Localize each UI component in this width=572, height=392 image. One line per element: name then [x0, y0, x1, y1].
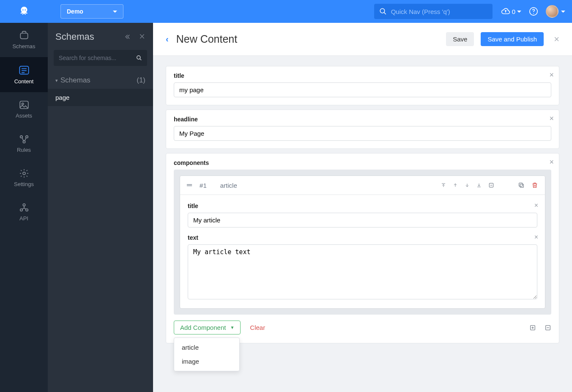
quick-nav-input[interactable] [391, 8, 487, 15]
page-title: New Content [176, 33, 238, 45]
drag-handle-icon[interactable]: ═ [187, 181, 191, 189]
topbar: Demo 0 [0, 0, 572, 23]
svg-point-14 [23, 172, 25, 175]
upload-count: 0 [512, 8, 515, 15]
field-label: title [174, 72, 551, 79]
clear-field-icon[interactable]: × [549, 71, 554, 79]
move-down-icon[interactable] [465, 183, 470, 188]
panel-title: Schemas [55, 31, 94, 42]
nav-label: API [19, 215, 28, 222]
headline-input[interactable] [174, 126, 551, 141]
nav-label: Content [14, 78, 34, 85]
field-label: components [174, 159, 551, 166]
assets-icon [18, 100, 30, 110]
cloud-upload-icon [501, 7, 510, 16]
add-component-button[interactable]: Add Component ▼ [174, 321, 241, 334]
nav-item-schemas[interactable]: Schemas [0, 23, 48, 57]
clear-field-icon[interactable]: × [534, 202, 538, 209]
dropdown-option-article[interactable]: article [174, 340, 239, 354]
collapse-icon[interactable] [123, 33, 131, 41]
nav-item-rules[interactable]: Rules [0, 126, 48, 161]
nav-label: Settings [14, 181, 34, 187]
move-bottom-icon[interactable] [476, 183, 482, 188]
component-index: #1 [200, 182, 207, 189]
nav-item-assets[interactable]: Assets [0, 92, 48, 126]
svg-point-10 [22, 103, 23, 105]
component-header: ═ #1 article [180, 176, 545, 195]
clear-field-icon[interactable]: × [549, 158, 554, 167]
field-label: title [188, 203, 537, 209]
caret-down-icon: ▾ [55, 78, 58, 83]
expand-all-icon[interactable] [529, 324, 536, 331]
close-icon[interactable]: × [554, 34, 559, 45]
add-component-dropdown: article image [174, 337, 240, 371]
svg-rect-23 [519, 183, 523, 186]
schema-search-input[interactable] [59, 55, 133, 61]
save-publish-button[interactable]: Save and Publish [481, 32, 544, 46]
component-field-text: × text [188, 234, 537, 301]
nav-item-settings[interactable]: Settings [0, 161, 48, 195]
collapse-icon[interactable] [488, 182, 494, 188]
caret-down-icon [517, 11, 521, 13]
caret-down-icon: ▼ [230, 325, 234, 330]
clear-field-icon[interactable]: × [534, 233, 538, 241]
search-icon [379, 8, 387, 15]
add-component-label: Add Component [180, 324, 226, 331]
main-header: ‹ New Content Save Save and Publish × [153, 23, 572, 56]
clear-components-button[interactable]: Clear [250, 324, 265, 331]
octopus-icon [18, 5, 30, 18]
field-label: headline [174, 116, 551, 123]
form-area: × title × headline × components ═ #1 [153, 56, 572, 365]
help-icon[interactable] [529, 7, 538, 16]
collapse-all-icon[interactable] [545, 324, 551, 331]
close-icon[interactable] [139, 33, 145, 40]
svg-point-0 [380, 8, 385, 13]
app-logo[interactable] [0, 0, 48, 23]
caret-down-icon [113, 11, 117, 13]
content-icon [18, 65, 30, 76]
component-item: ═ #1 article [180, 175, 545, 309]
title-input[interactable] [174, 82, 551, 97]
delete-icon[interactable] [531, 182, 538, 189]
svg-line-1 [384, 12, 386, 14]
component-title-input[interactable] [188, 213, 537, 228]
move-top-icon[interactable] [441, 183, 446, 188]
upload-status[interactable]: 0 [501, 7, 521, 16]
group-count: (1) [137, 76, 145, 85]
left-nav: Schemas Content Assets Rules Settings AP… [0, 23, 48, 392]
component-field-title: × title [188, 203, 537, 228]
component-text-input[interactable] [188, 244, 537, 299]
schemas-icon [18, 30, 30, 41]
field-title: × title [166, 66, 559, 105]
svg-rect-4 [20, 33, 27, 39]
schema-group-header[interactable]: ▾ Schemas (1) [48, 72, 153, 89]
move-up-icon[interactable] [453, 183, 458, 188]
nav-label: Rules [17, 147, 31, 153]
user-menu[interactable] [546, 5, 565, 18]
clear-field-icon[interactable]: × [549, 114, 554, 123]
search-icon [136, 54, 142, 62]
back-icon[interactable]: ‹ [166, 34, 169, 44]
topbar-right: 0 [501, 5, 565, 18]
svg-point-15 [23, 204, 25, 206]
schema-search[interactable] [54, 50, 147, 66]
nav-item-api[interactable]: API [0, 195, 48, 229]
main-content: ‹ New Content Save Save and Publish × × … [153, 23, 572, 392]
copy-icon[interactable] [518, 182, 525, 189]
app-selector-dropdown[interactable]: Demo [60, 4, 123, 19]
schemas-panel: Schemas ▾ Schemas (1) page [48, 23, 153, 392]
nav-label: Schemas [12, 43, 35, 49]
nav-item-content[interactable]: Content [0, 57, 48, 92]
save-button[interactable]: Save [446, 32, 474, 46]
quick-nav-search[interactable] [374, 4, 493, 19]
avatar [546, 5, 558, 18]
svg-point-13 [23, 141, 25, 143]
app-selector-label: Demo [67, 8, 83, 15]
field-components: × components ═ #1 article [166, 153, 559, 343]
dropdown-option-image[interactable]: image [174, 354, 239, 368]
schema-item-page[interactable]: page [48, 89, 153, 106]
field-headline: × headline [166, 110, 559, 149]
caret-down-icon [561, 11, 565, 13]
svg-rect-22 [520, 184, 523, 187]
settings-icon [18, 168, 30, 178]
